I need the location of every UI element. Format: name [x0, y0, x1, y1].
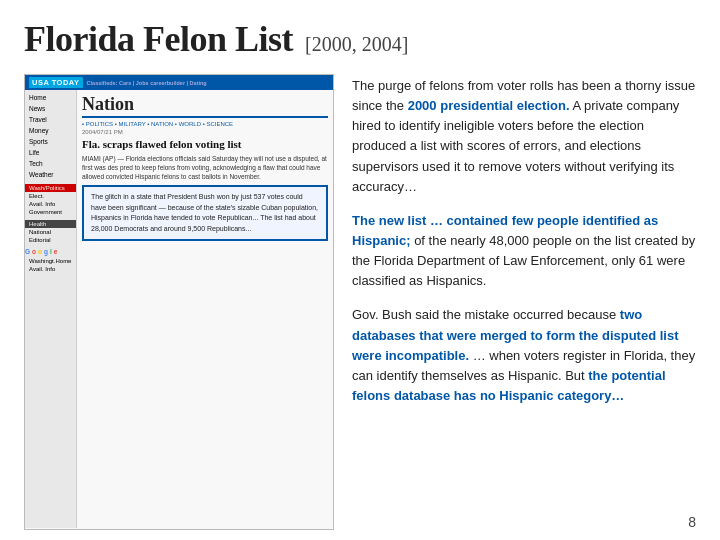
nav-section-h: Health: [25, 220, 76, 228]
p3-normal1: Gov. Bush said the mistake occurred beca…: [352, 307, 620, 322]
nav-weather[interactable]: Weather: [25, 169, 76, 180]
newspaper-panel: USA TODAY Classifieds: Cars | Jobs caree…: [24, 74, 334, 530]
paragraph-2: The new list … contained few people iden…: [352, 211, 696, 292]
nav-travel[interactable]: Travel: [25, 114, 76, 125]
content-area: USA TODAY Classifieds: Cars | Jobs caree…: [24, 74, 696, 530]
nav-tech[interactable]: Tech: [25, 158, 76, 169]
highlight-box: The glitch in a state that President Bus…: [82, 185, 328, 241]
p1-highlight1: 2000 presidential election.: [408, 98, 570, 113]
newspaper-date: 2004/07/21 PM: [82, 129, 328, 135]
google-area: Google: [25, 248, 76, 255]
newspaper-headline: Fla. scraps flawed felon voting list: [82, 138, 328, 151]
paragraph-3: Gov. Bush said the mistake occurred beca…: [352, 305, 696, 406]
page-title: Florida Felon List: [24, 18, 293, 60]
nav-elect[interactable]: Elect.: [25, 192, 76, 200]
nav-national[interactable]: National: [25, 228, 76, 236]
usa-today-logo: USA TODAY: [29, 77, 83, 88]
nav-editorial[interactable]: Editorial: [25, 236, 76, 244]
usa-today-tagline: Classifieds: Cars | Jobs careerbuilder |…: [87, 80, 207, 86]
nav-home[interactable]: Home: [25, 92, 76, 103]
nav-link-text: • POLITICS • MILITARY • NATION • WORLD •…: [82, 121, 233, 127]
newspaper-main: Nation • POLITICS • MILITARY • NATION • …: [77, 90, 333, 528]
nav-section-wp: Wash/Politics: [25, 184, 76, 192]
nav-avail-info2[interactable]: Avail. Info: [25, 265, 76, 273]
nav-life[interactable]: Life: [25, 147, 76, 158]
page-title-bracket: [2000, 2004]: [305, 33, 408, 56]
nav-govt[interactable]: Government: [25, 208, 76, 216]
nav-sports[interactable]: Sports: [25, 136, 76, 147]
newspaper-body: MIAMI (AP) — Florida elections officials…: [82, 154, 328, 181]
newspaper-left-nav: Home News Travel Money Sports Life Tech …: [25, 90, 77, 528]
newspaper-inner: Home News Travel Money Sports Life Tech …: [25, 90, 333, 528]
paragraph-1: The purge of felons from voter rolls has…: [352, 76, 696, 197]
page-container: Florida Felon List [2000, 2004] USA TODA…: [0, 0, 720, 540]
nav-washingtonton-home[interactable]: Washingt.Home: [25, 257, 76, 265]
usa-today-bar: USA TODAY Classifieds: Cars | Jobs caree…: [25, 75, 333, 90]
nav-news[interactable]: News: [25, 103, 76, 114]
nav-avail[interactable]: Avail. Info: [25, 200, 76, 208]
nation-header: Nation: [82, 94, 328, 118]
text-panel: The purge of felons from voter rolls has…: [352, 74, 696, 530]
page-number: 8: [688, 514, 696, 530]
newspaper-nav-links: • POLITICS • MILITARY • NATION • WORLD •…: [82, 121, 328, 127]
title-row: Florida Felon List [2000, 2004]: [24, 18, 696, 60]
nav-money[interactable]: Money: [25, 125, 76, 136]
